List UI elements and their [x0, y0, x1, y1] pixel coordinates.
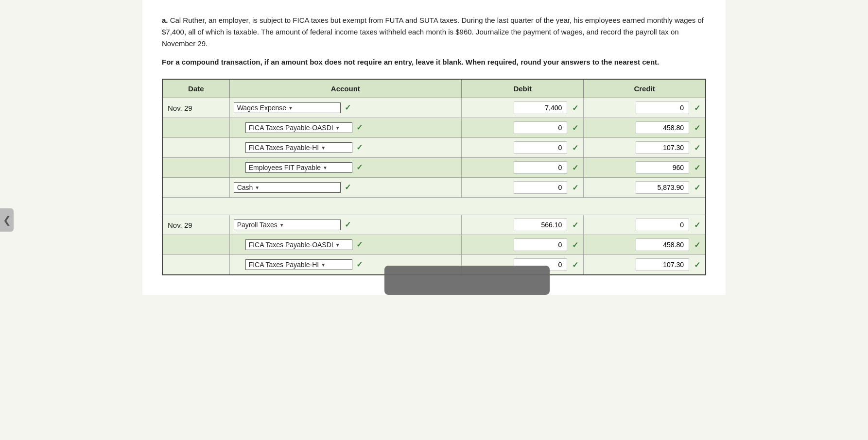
sidebar-arrow-icon: ❮ [3, 214, 11, 226]
credit-cell[interactable]: ✓ [584, 118, 706, 138]
credit-input[interactable] [636, 102, 689, 114]
account-cell[interactable]: Payroll Taxes ▼ ✓ [229, 215, 461, 235]
account-check-icon: ✓ [354, 123, 363, 132]
debit-check-icon: ✓ [572, 183, 578, 192]
journal-table: Date Account Debit Credit Nov. 29Wages E… [162, 79, 706, 275]
credit-amount-cell: ✓ [589, 161, 700, 174]
sidebar-arrow[interactable]: ❮ [0, 208, 14, 232]
date-cell [162, 235, 229, 255]
credit-input[interactable] [636, 238, 689, 251]
account-select-wrapper[interactable]: Employees FIT Payable ▼ [245, 162, 352, 173]
header-account: Account [229, 79, 461, 98]
account-select-wrapper[interactable]: FICA Taxes Payable-HI ▼ [245, 259, 352, 270]
credit-amount-cell: ✓ [589, 181, 700, 194]
credit-amount-cell: ✓ [589, 121, 700, 134]
debit-check-icon: ✓ [572, 240, 578, 250]
credit-input[interactable] [636, 121, 689, 134]
debit-cell[interactable]: ✓ [462, 118, 584, 138]
chevron-icon: ▼ [321, 145, 326, 151]
account-select-wrapper[interactable]: FICA Taxes Payable-HI ▼ [245, 142, 352, 153]
debit-amount-cell: ✓ [467, 121, 578, 134]
debit-amount-cell: ✓ [467, 161, 578, 174]
problem-text: a. Cal Ruther, an employer, is subject t… [162, 15, 706, 68]
credit-input[interactable] [636, 219, 689, 231]
chevron-icon: ▼ [279, 222, 284, 228]
credit-cell[interactable]: ✓ [584, 178, 706, 198]
credit-cell[interactable]: ✓ [584, 235, 706, 255]
account-select-wrapper[interactable]: FICA Taxes Payable-OASDI ▼ [245, 122, 352, 133]
credit-input[interactable] [636, 161, 689, 174]
account-text: FICA Taxes Payable-OASDI [249, 241, 333, 249]
account-check-icon: ✓ [354, 260, 363, 269]
credit-cell[interactable]: ✓ [584, 255, 706, 275]
account-select-wrapper[interactable]: FICA Taxes Payable-OASDI ▼ [245, 239, 352, 250]
debit-amount-cell: ✓ [467, 181, 578, 194]
problem-instruction: For a compound transaction, if an amount… [162, 56, 706, 68]
account-check-icon: ✓ [343, 220, 351, 229]
debit-check-icon: ✓ [572, 220, 578, 230]
date-cell [162, 178, 229, 198]
debit-input[interactable] [514, 161, 567, 174]
credit-check-icon: ✓ [694, 103, 700, 113]
credit-cell[interactable]: ✓ [584, 158, 706, 178]
debit-cell[interactable]: ✓ [462, 178, 584, 198]
account-text: FICA Taxes Payable-HI [249, 144, 319, 152]
credit-check-icon: ✓ [694, 183, 700, 192]
credit-cell[interactable]: ✓ [584, 215, 706, 235]
debit-cell[interactable]: ✓ [462, 215, 584, 235]
debit-check-icon: ✓ [572, 123, 578, 133]
date-cell [162, 158, 229, 178]
account-cell[interactable]: FICA Taxes Payable-OASDI ▼ ✓ [229, 118, 461, 138]
debit-input[interactable] [514, 141, 567, 154]
account-cell[interactable]: Employees FIT Payable ▼ ✓ [229, 158, 461, 178]
chevron-icon: ▼ [335, 125, 340, 131]
credit-input[interactable] [636, 181, 689, 194]
date-cell: Nov. 29 [162, 215, 229, 235]
account-cell[interactable]: Wages Expense ▼ ✓ [229, 98, 461, 118]
account-text: Payroll Taxes [237, 221, 278, 229]
debit-amount-cell: ✓ [467, 219, 578, 231]
debit-check-icon: ✓ [572, 163, 578, 172]
debit-amount-cell: ✓ [467, 238, 578, 251]
account-select-wrapper[interactable]: Payroll Taxes ▼ [234, 220, 341, 230]
chevron-icon: ▼ [255, 185, 260, 190]
account-cell[interactable]: FICA Taxes Payable-HI ▼ ✓ [229, 138, 461, 158]
credit-input[interactable] [636, 141, 689, 154]
tooltip-overlay [384, 266, 550, 295]
debit-input[interactable] [514, 181, 567, 194]
account-cell[interactable]: Cash ▼ ✓ [229, 178, 461, 198]
debit-amount-cell: ✓ [467, 141, 578, 154]
page-container: a. Cal Ruther, an employer, is subject t… [142, 0, 726, 295]
debit-input[interactable] [514, 219, 567, 231]
debit-input[interactable] [514, 102, 567, 114]
debit-input[interactable] [514, 121, 567, 134]
credit-check-icon: ✓ [694, 123, 700, 133]
date-cell: Nov. 29 [162, 98, 229, 118]
problem-description: a. Cal Ruther, an employer, is subject t… [162, 15, 706, 50]
account-check-icon: ✓ [354, 163, 363, 171]
header-date: Date [162, 79, 229, 98]
debit-cell[interactable]: ✓ [462, 138, 584, 158]
credit-check-icon: ✓ [694, 240, 700, 250]
date-cell [162, 138, 229, 158]
chevron-icon: ▼ [335, 242, 340, 248]
credit-cell[interactable]: ✓ [584, 138, 706, 158]
credit-input[interactable] [636, 258, 689, 271]
account-check-icon: ✓ [343, 103, 351, 112]
debit-input[interactable] [514, 238, 567, 251]
debit-cell[interactable]: ✓ [462, 98, 584, 118]
account-text: FICA Taxes Payable-OASDI [249, 124, 333, 132]
debit-cell[interactable]: ✓ [462, 235, 584, 255]
credit-amount-cell: ✓ [589, 238, 700, 251]
account-select-wrapper[interactable]: Wages Expense ▼ [234, 102, 341, 113]
debit-amount-cell: ✓ [467, 102, 578, 114]
header-debit: Debit [462, 79, 584, 98]
credit-amount-cell: ✓ [589, 258, 700, 271]
account-cell[interactable]: FICA Taxes Payable-OASDI ▼ ✓ [229, 235, 461, 255]
credit-amount-cell: ✓ [589, 219, 700, 231]
debit-cell[interactable]: ✓ [462, 158, 584, 178]
account-select-wrapper[interactable]: Cash ▼ [234, 182, 341, 193]
credit-cell[interactable]: ✓ [584, 98, 706, 118]
spacer-row [162, 198, 706, 215]
account-text: FICA Taxes Payable-HI [249, 261, 319, 269]
